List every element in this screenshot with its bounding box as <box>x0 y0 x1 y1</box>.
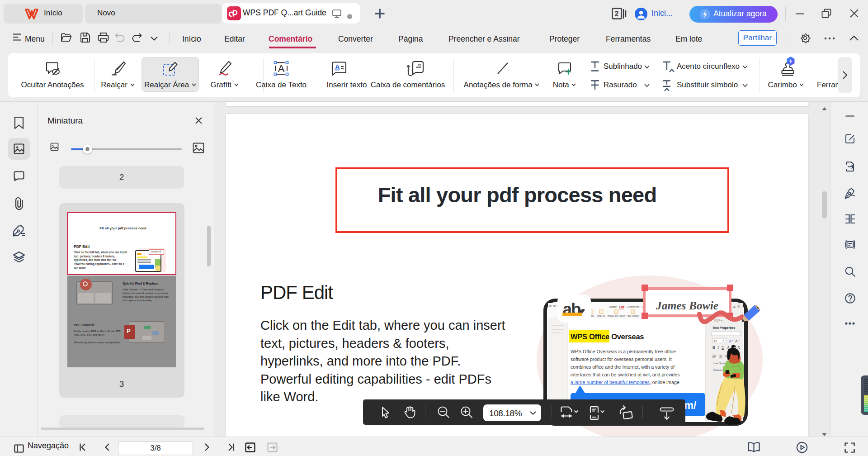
svg-text:a large number of beautiful te: a large number of beautiful templates, o… <box>571 380 679 385</box>
svg-text:combines office and the Intern: combines office and the Internet, with a… <box>571 364 675 370</box>
svg-text:Wipe Off: Wipe Off <box>597 315 606 317</box>
svg-text:Page Number: Page Number <box>627 315 640 317</box>
svg-text:12: 12 <box>714 340 717 342</box>
svg-text:2: 2 <box>615 10 619 18</box>
svg-text:interfaces that can be switche: interfaces that can be switched at will,… <box>571 372 679 377</box>
svg-text:Header and Footer: Header and Footer <box>608 315 625 317</box>
svg-text:Comment: Comment <box>627 305 639 309</box>
svg-text:James Bowie: James Bowie <box>656 299 718 312</box>
svg-text:X: X <box>737 346 740 350</box>
svg-text:A: A <box>278 63 285 74</box>
svg-text:m/: m/ <box>684 399 697 411</box>
svg-text:WPS Office Overseas: WPS Office Overseas <box>571 332 644 341</box>
svg-text:software product for overseas: software product for overseas personal u… <box>571 356 672 362</box>
svg-text:Edit: Edit <box>619 305 625 309</box>
svg-text:WPS Office Overseas is a perma: WPS Office Overseas is a permanently fre… <box>571 349 676 354</box>
svg-text:U: U <box>722 346 724 350</box>
svg-text:B: B <box>712 346 715 350</box>
svg-text:PDF ▾: PDF ▾ <box>714 319 723 322</box>
svg-text:☁ ⚙: ☁ ⚙ <box>732 304 740 309</box>
svg-text:A⁻: A⁻ <box>735 339 740 343</box>
svg-text:Home: Home <box>609 305 617 309</box>
svg-text:▾: ▾ <box>723 339 724 342</box>
svg-text:Text Properties: Text Properties <box>712 326 736 330</box>
svg-text:A⁺: A⁺ <box>728 339 733 343</box>
